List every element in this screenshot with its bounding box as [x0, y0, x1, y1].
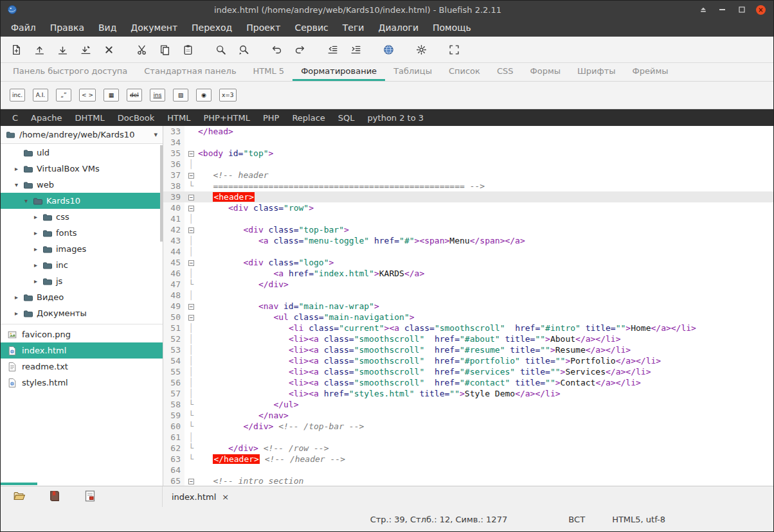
redo-button[interactable]	[291, 40, 309, 59]
language-mode-5[interactable]: HTML	[161, 113, 197, 123]
language-mode-2[interactable]: Apache	[24, 113, 69, 123]
code-line-47[interactable]: 47└</div>	[163, 279, 773, 290]
fold-marker[interactable]: −	[184, 148, 198, 159]
tree-item-inc[interactable]: ▸inc	[1, 257, 163, 273]
menu-item-10[interactable]: Помощь	[426, 19, 478, 37]
cut-button[interactable]	[132, 40, 151, 59]
snippets-tab[interactable]	[83, 490, 97, 504]
code-line-59[interactable]: 59└</nav>	[163, 410, 773, 421]
tree-item-Документы[interactable]: ▸Документы	[1, 305, 163, 321]
code-line-57[interactable]: 57│<li><a href="styles.html" title="">St…	[163, 388, 773, 399]
unindent-button[interactable]	[323, 40, 342, 59]
formula-button[interactable]: x=3	[219, 89, 237, 102]
image-button[interactable]: ▨	[173, 89, 188, 102]
preferences-button[interactable]	[412, 40, 431, 59]
close-tab-icon[interactable]: ×	[222, 492, 229, 502]
menu-item-1[interactable]: Файл	[4, 19, 43, 37]
code-line-46[interactable]: 46│<a href="index.html">KARDS</a>	[163, 268, 773, 279]
del-button[interactable]: del	[127, 89, 142, 102]
code-line-35[interactable]: 35−<body id="top">	[163, 148, 773, 159]
maximize-icon[interactable]	[737, 5, 746, 15]
language-mode-8[interactable]: Replace	[285, 113, 331, 123]
paste-button[interactable]	[179, 40, 197, 59]
sidebar-vscrollbar-thumb[interactable]	[160, 145, 163, 242]
code-line-39[interactable]: 39−<header>	[163, 191, 773, 202]
bookmarks-tab[interactable]	[48, 490, 62, 504]
quote-button[interactable]: „”	[56, 89, 71, 102]
code-line-62[interactable]: 62└</div> <!-- /row -->	[163, 443, 773, 454]
menu-item-4[interactable]: Документ	[123, 19, 184, 37]
fullscreen-button[interactable]	[445, 40, 464, 59]
file-item-readme.txt[interactable]: readme.txt	[1, 359, 163, 375]
ins-button[interactable]: ins	[150, 89, 165, 102]
fold-marker[interactable]: −	[184, 312, 198, 323]
language-mode-7[interactable]: PHP	[256, 113, 285, 123]
menu-item-2[interactable]: Правка	[43, 19, 91, 37]
file-browser-tab[interactable]	[12, 490, 26, 504]
menu-item-3[interactable]: Вид	[91, 19, 123, 37]
code-line-48[interactable]: 48│	[163, 290, 773, 301]
tree-item-VirtualBox VMs[interactable]: ▸VirtualBox VMs	[1, 161, 163, 177]
close-document-button[interactable]	[100, 40, 118, 59]
code-line-56[interactable]: 56│<li><a class="smoothscroll" href="#co…	[163, 377, 773, 388]
document-tab[interactable]: index.html ×	[172, 492, 229, 502]
language-mode-3[interactable]: DHTML	[69, 113, 111, 123]
code-line-53[interactable]: 53│<li><a class="smoothscroll" href="#re…	[163, 344, 773, 355]
ai-button[interactable]: A.I.	[33, 89, 48, 102]
find-replace-button[interactable]	[235, 40, 253, 59]
toolbar-tab-7[interactable]: CSS	[489, 63, 522, 81]
collapse-arrow-icon[interactable]: ▾	[22, 197, 30, 204]
open-button[interactable]	[30, 40, 49, 59]
code-line-36[interactable]: 36│	[163, 159, 773, 170]
code-line-51[interactable]: 51│<li class="current"><a class="smooths…	[163, 323, 773, 333]
tree-item-web[interactable]: ▾web	[1, 177, 163, 193]
tree-item-fonts[interactable]: ▸fonts	[1, 225, 163, 241]
language-mode-9[interactable]: SQL	[332, 113, 361, 123]
fold-marker[interactable]: −	[184, 191, 198, 202]
code-line-54[interactable]: 54│<li><a class="smoothscroll" href="#po…	[163, 355, 773, 366]
tree-item-uld[interactable]: uld	[1, 145, 163, 161]
code-line-64[interactable]: 64	[163, 465, 773, 475]
expand-arrow-icon[interactable]: ▸	[32, 278, 39, 285]
toolbar-tab-4[interactable]: Форматирование	[292, 63, 385, 81]
close-window-icon[interactable]	[756, 5, 766, 15]
code-line-34[interactable]: 34	[163, 137, 773, 148]
expand-arrow-icon[interactable]: ▸	[13, 310, 20, 317]
toolbar-tab-6[interactable]: Список	[440, 63, 489, 81]
file-item-styles.html[interactable]: styles.html	[1, 375, 163, 391]
indent-button[interactable]	[346, 40, 365, 59]
code-line-38[interactable]: 38└=====================================…	[163, 181, 773, 191]
menu-item-9[interactable]: Диалоги	[371, 19, 426, 37]
code-line-43[interactable]: 43│<a class="menu-toggle" href="#"><span…	[163, 235, 773, 246]
inc-button[interactable]: inc.	[10, 89, 25, 102]
toolbar-tab-2[interactable]: Стандартная панель	[136, 63, 244, 81]
fold-marker[interactable]: −	[184, 475, 198, 486]
code-line-37[interactable]: 37−<!-- header	[163, 170, 773, 181]
directory-selector[interactable]: /home/andrey/web/Kards10 ▾	[1, 126, 163, 144]
rollup-icon[interactable]	[698, 5, 708, 15]
language-mode-4[interactable]: DocBook	[111, 113, 161, 123]
code-line-50[interactable]: 50−<ul class="main-navigation">	[163, 312, 773, 323]
preview-in-browser-button[interactable]	[379, 40, 398, 59]
copy-button[interactable]	[156, 40, 174, 59]
minimize-icon[interactable]	[717, 5, 727, 15]
code-line-63[interactable]: 63└</header> <!-- /header -->	[163, 454, 773, 465]
code-line-60[interactable]: 60└</div> <!-- /top-bar -->	[163, 421, 773, 432]
toolbar-tab-1[interactable]: Панель быстрого доступа	[4, 63, 136, 81]
collapse-arrow-icon[interactable]: ▾	[13, 181, 20, 188]
code-line-65[interactable]: 65−<!-- intro section	[163, 475, 773, 486]
tree-item-Видео[interactable]: ▸Видео	[1, 289, 163, 305]
code-line-42[interactable]: 42−<div class="top-bar">	[163, 224, 773, 235]
toolbar-tab-3[interactable]: HTML 5	[245, 63, 293, 81]
code-line-33[interactable]: 33</head>	[163, 126, 773, 137]
language-mode-1[interactable]: C	[6, 113, 24, 123]
expand-arrow-icon[interactable]: ▸	[32, 262, 39, 269]
expand-arrow-icon[interactable]: ▸	[32, 245, 39, 253]
menu-item-8[interactable]: Теги	[336, 19, 372, 37]
language-mode-10[interactable]: python 2 to 3	[361, 113, 430, 123]
code-line-49[interactable]: 49−<nav id="main-nav-wrap">	[163, 301, 773, 312]
code-tag-button[interactable]: < >	[79, 89, 96, 102]
undo-button[interactable]	[267, 40, 286, 59]
code-line-40[interactable]: 40−<div class="row">	[163, 202, 773, 213]
code-line-45[interactable]: 45−<div class="logo">	[163, 257, 773, 268]
